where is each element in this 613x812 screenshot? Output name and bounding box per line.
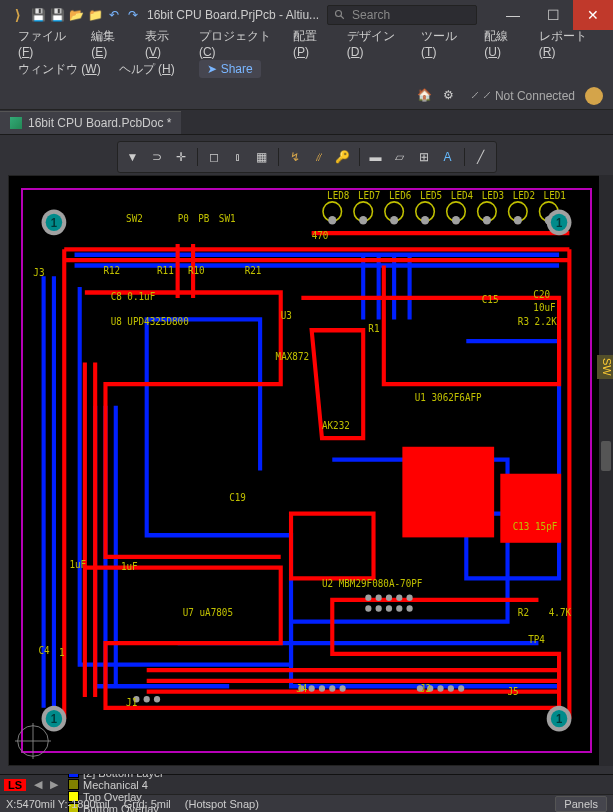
svg-point-37 [339,685,345,691]
silk-label: P0 [178,213,189,224]
silk-label: R2 [518,607,529,618]
redo-icon[interactable]: ↷ [125,7,141,23]
silk-label: R1 [368,323,379,334]
cloud-icon[interactable]: ⟋⟋ [469,88,485,104]
origin-marker-icon [15,723,51,759]
rect-solid-icon[interactable]: ▬ [365,146,387,168]
layer-prev-icon[interactable]: ◀ [32,778,44,791]
home-icon[interactable]: 🏠 [417,88,433,104]
menu-v[interactable]: 表示 (V) [139,26,187,61]
fiducial: 1 [547,706,572,732]
text-icon[interactable]: A [437,146,459,168]
open-icon[interactable]: 📂 [68,7,84,23]
save-all-icon[interactable]: 💾 [49,7,65,23]
connection-status: Not Connected [495,89,575,103]
layer-next-icon[interactable]: ▶ [48,778,60,791]
menu-f[interactable]: ファイル (F) [12,26,79,61]
share-icon: ➤ [207,62,217,76]
svg-point-9 [390,216,398,225]
svg-point-26 [376,605,382,611]
silk-label: 1 [59,647,65,658]
editor-canvas[interactable]: ▼⊃✛◻⫾▦↯⫽🔑▬▱⊞A╱ [0,134,613,774]
silk-label: U7 uA7805 [183,607,233,618]
svg-point-13 [452,216,460,225]
menu-t[interactable]: ツール (T) [415,26,472,61]
silk-label: LED2 [513,190,535,201]
svg-point-23 [396,595,402,601]
svg-point-34 [309,685,315,691]
side-panel-tab[interactable]: SW [597,355,613,379]
silk-label: R12 [103,265,120,276]
scrollbar-thumb[interactable] [601,441,611,471]
fiducial: 1 [42,209,67,235]
route-icon[interactable]: ↯ [284,146,306,168]
filter-icon[interactable]: ▼ [122,146,144,168]
layer-tab[interactable]: Mechanical 4 [64,779,168,791]
menu-h[interactable]: ヘルプ (H) [113,59,181,80]
layer-swatch-icon [68,779,79,790]
layer-set-button[interactable]: LS [4,779,26,791]
board-outline: 1111 SW2P0PBSW1LED8LED7LED6LED5LED4LED3L… [21,188,592,753]
document-tabs: 16bit CPU Board.PcbDoc * [0,110,613,134]
silk-label: J3 [33,267,44,278]
layer-tab-label: Mechanical 4 [83,779,148,791]
document-tab[interactable]: 16bit CPU Board.PcbDoc * [0,111,181,134]
silk-label: LED1 [544,190,567,201]
menu-c[interactable]: プロジェクト (C) [193,26,281,61]
status-snap: (Hotspot Snap) [185,798,259,810]
svg-text:1: 1 [556,215,563,228]
slash-icon[interactable]: ╱ [470,146,492,168]
svg-point-0 [336,11,342,17]
silk-label: AK232 [322,420,350,431]
silk-label: J1 [126,696,137,707]
menu-bar: ファイル (F)編集 (E)表示 (V)プロジェクト (C)配置 (P)デザイン… [0,30,613,56]
active-bar: ▼⊃✛◻⫾▦↯⫽🔑▬▱⊞A╱ [117,141,497,173]
settings-icon[interactable]: ⚙ [443,88,459,104]
crosshair-icon[interactable]: ✛ [170,146,192,168]
user-icon[interactable] [585,87,603,105]
svg-text:1: 1 [556,712,563,725]
panels-button[interactable]: Panels [555,796,607,812]
silk-label: R10 [188,265,205,276]
grid-icon[interactable]: ▦ [251,146,273,168]
svg-line-1 [341,16,344,19]
share-button[interactable]: ➤Share [199,60,261,78]
pcb-doc-icon [10,117,22,129]
status-coordinates: X:5470mil Y:-1800mil [6,798,110,810]
key-icon[interactable]: 🔑 [332,146,354,168]
bbox-icon[interactable]: ⊞ [413,146,435,168]
svg-point-22 [386,595,392,601]
undo-icon[interactable]: ↶ [106,7,122,23]
silk-label: C15 [482,294,499,305]
diff-pair-icon[interactable]: ⫽ [308,146,330,168]
vertical-scrollbar[interactable] [599,175,613,766]
svg-rect-2 [404,449,492,535]
menu-p[interactable]: 配置 (P) [287,26,335,61]
menu-r[interactable]: レポート (R) [533,26,601,61]
svg-point-31 [144,696,150,702]
line-diag-icon[interactable]: ▱ [389,146,411,168]
silk-label: SW2 [126,213,143,224]
silk-label: U8 UPD4325D800 [111,316,189,327]
menu-e[interactable]: 編集 (E) [85,26,133,61]
menu-w[interactable]: ウィンドウ (W) [12,59,107,80]
menu-d[interactable]: デザイン (D) [341,26,409,61]
select-rect-icon[interactable]: ◻ [203,146,225,168]
svg-point-27 [386,605,392,611]
silk-label: 4.7K [549,607,572,618]
silk-label: U2 MBM29F080A-70PF [322,578,423,589]
save-icon[interactable]: 💾 [30,7,46,23]
search-input[interactable]: Search [327,5,477,25]
silk-label: R3 2.2K [518,316,557,327]
magnet-icon[interactable]: ⊃ [146,146,168,168]
align-icon[interactable]: ⫾ [227,146,249,168]
silk-label: C13 15pF [513,521,558,532]
svg-point-21 [376,595,382,601]
pcb-view[interactable]: 1111 SW2P0PBSW1LED8LED7LED6LED5LED4LED3L… [8,175,605,766]
open-project-icon[interactable]: 📁 [87,7,103,23]
silk-label: SW1 [219,213,236,224]
menu-u[interactable]: 配線 (U) [478,26,526,61]
silk-label: U1 3062F6AFP [415,392,482,403]
silk-label: R11 [157,265,174,276]
svg-point-5 [328,216,336,225]
